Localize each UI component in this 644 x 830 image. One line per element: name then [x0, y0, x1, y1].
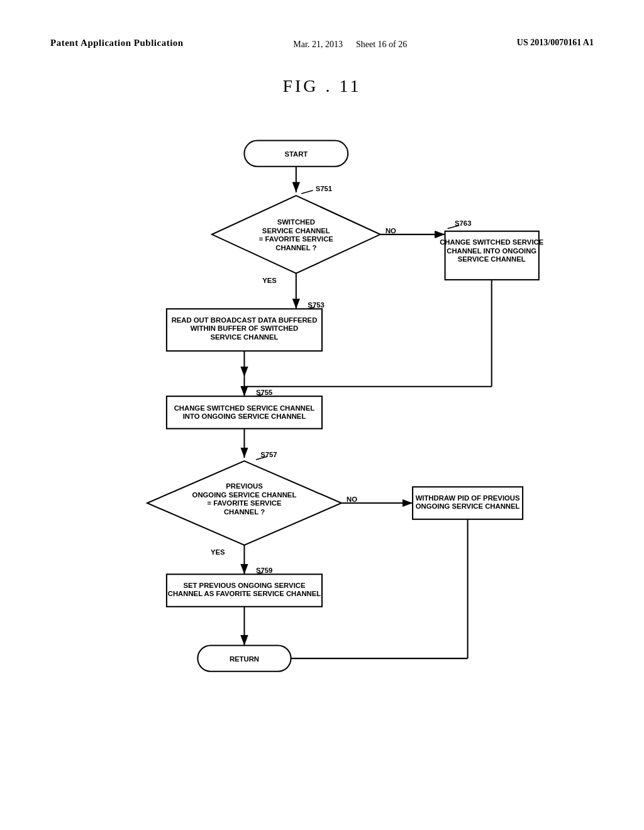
svg-text:S753: S753	[308, 301, 324, 309]
svg-text:READ OUT BROADCAST DATA BUFFER: READ OUT BROADCAST DATA BUFFERED	[172, 316, 318, 324]
svg-text:S757: S757	[260, 451, 277, 458]
svg-text:CHANNEL ?: CHANNEL ?	[275, 244, 316, 252]
header-patent-number: US 2013/0070161 A1	[517, 38, 594, 48]
svg-text:CHANNEL INTO ONGOING: CHANNEL INTO ONGOING	[447, 247, 536, 255]
svg-text:SET PREVIOUS ONGOING SERVICE: SET PREVIOUS ONGOING SERVICE	[183, 582, 305, 589]
page-header: Patent Application Publication Mar. 21, …	[50, 38, 594, 51]
svg-text:RETURN: RETURN	[230, 655, 259, 663]
svg-text:START: START	[284, 150, 308, 158]
svg-text:YES: YES	[262, 277, 277, 284]
svg-text:= FAVORITE SERVICE: = FAVORITE SERVICE	[259, 235, 334, 243]
svg-text:ONGOING SERVICE CHANNEL: ONGOING SERVICE CHANNEL	[192, 491, 297, 499]
svg-text:S751: S751	[316, 185, 332, 192]
svg-text:= FAVORITE SERVICE: = FAVORITE SERVICE	[207, 499, 282, 507]
svg-text:S759: S759	[256, 567, 272, 574]
svg-text:WITHIN BUFFER OF SWITCHED: WITHIN BUFFER OF SWITCHED	[191, 324, 299, 332]
svg-text:CHANNEL ?: CHANNEL ?	[224, 508, 265, 516]
svg-text:INTO ONGOING SERVICE CHANNEL: INTO ONGOING SERVICE CHANNEL	[183, 412, 306, 420]
flowchart-diagram: START S751 SWITCHED SERVICE CHANNEL = FA…	[102, 128, 542, 751]
svg-text:ONGOING SERVICE CHANNEL: ONGOING SERVICE CHANNEL	[416, 502, 520, 510]
header-date: Mar. 21, 2013	[293, 40, 343, 49]
svg-text:SERVICE CHANNEL: SERVICE CHANNEL	[211, 333, 279, 341]
svg-text:WITHDRAW PID OF PREVIOUS: WITHDRAW PID OF PREVIOUS	[416, 494, 520, 502]
svg-text:SWITCHED: SWITCHED	[277, 218, 315, 226]
svg-text:SERVICE CHANNEL: SERVICE CHANNEL	[262, 227, 330, 235]
figure-title: FIG . 11	[50, 76, 594, 96]
svg-text:YES: YES	[211, 548, 225, 556]
svg-line-5	[301, 191, 313, 194]
flowchart-svg: START S751 SWITCHED SERVICE CHANNEL = FA…	[102, 128, 542, 749]
svg-text:SERVICE CHANNEL: SERVICE CHANNEL	[458, 255, 526, 263]
header-sheet: Sheet 16 of 26	[356, 40, 407, 49]
svg-text:CHANNEL AS FAVORITE SERVICE CH: CHANNEL AS FAVORITE SERVICE CHANNEL	[168, 590, 321, 597]
header-publication-label: Patent Application Publication	[50, 38, 184, 48]
svg-text:CHANGE SWITCHED SERVICE CHANNE: CHANGE SWITCHED SERVICE CHANNEL	[174, 404, 315, 412]
svg-text:NO: NO	[347, 495, 357, 503]
page: Patent Application Publication Mar. 21, …	[0, 0, 644, 830]
svg-text:NO: NO	[386, 227, 396, 235]
svg-text:CHANGE SWITCHED SERVICE: CHANGE SWITCHED SERVICE	[440, 238, 544, 246]
header-center-info: Mar. 21, 2013 Sheet 16 of 26	[293, 38, 407, 51]
svg-text:S755: S755	[256, 389, 272, 396]
svg-marker-6	[212, 196, 380, 274]
svg-text:PREVIOUS: PREVIOUS	[226, 482, 263, 490]
